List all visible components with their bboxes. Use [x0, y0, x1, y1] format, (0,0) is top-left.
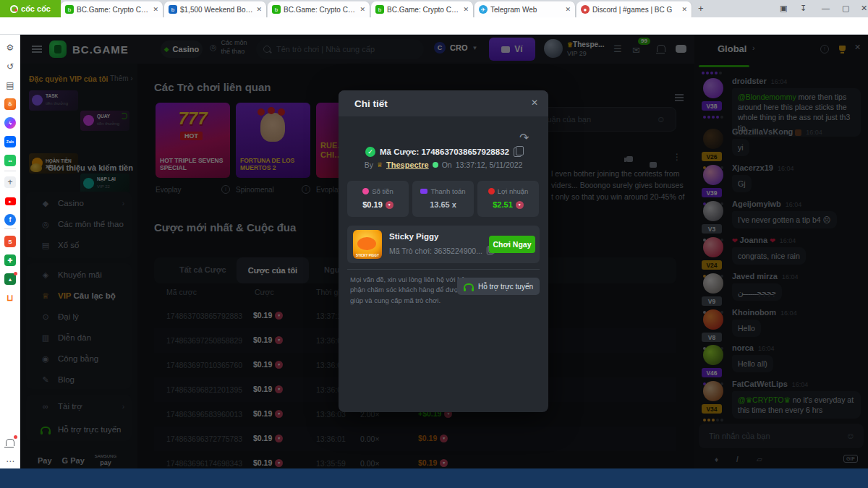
notification-dot — [14, 435, 17, 439]
youtube-play-icon: ▸ — [5, 197, 16, 205]
facebook-icon[interactable]: f — [4, 214, 16, 226]
sidebar-divider — [4, 228, 16, 229]
bet-details-modal: Chi tiết ✕ ↷ ✓ Mã Cược: 1748637038657928… — [339, 90, 548, 412]
headset-icon — [464, 283, 474, 289]
bet-id-value: 1748637038657928832 — [421, 147, 509, 156]
game-thumbnail[interactable]: STICKY PIGGY — [353, 230, 382, 259]
hot-trends-icon[interactable]: ♨ — [4, 98, 16, 110]
notification-dot — [14, 272, 17, 275]
sidebar-divider — [4, 171, 16, 171]
browser-tab-active[interactable]: b BC.Game: Crypto Casino Gam ✕ — [371, 1, 474, 17]
gift-icon[interactable]: ✚ — [4, 254, 16, 266]
play-now-button[interactable]: Chơi Ngay — [489, 236, 535, 253]
modal-title: Chi tiết — [354, 98, 388, 109]
coccoc-brand[interactable]: cốc cốc — [0, 0, 61, 17]
zalo-icon[interactable]: Zalo — [4, 136, 16, 147]
stat-profit: Lợi nhuận $2.51 — [477, 181, 539, 217]
window-maximize-button[interactable]: ▢ — [842, 4, 849, 13]
payout-card-icon — [420, 189, 427, 194]
bet-username[interactable]: Thespectre — [386, 160, 429, 169]
support-note: Mọi vấn đề, xin vui lòng liên hệ với bộ … — [350, 275, 475, 306]
discord-favicon: ● — [581, 5, 590, 14]
tab-close-icon[interactable]: ✕ — [359, 6, 365, 13]
game-id-value: 3635224900... — [434, 247, 482, 255]
windows-taskbar: C ∧ ENG 4:04 PM 11/6/2022 — [0, 468, 868, 488]
modal-divider — [347, 269, 540, 270]
coccoc-brand-label: cốc cốc — [21, 4, 51, 13]
screen: cốc cốc b BC.Game: Crypto Casino Gam ✕ b… — [0, 0, 868, 488]
live-support-button[interactable]: Hỗ trợ trực tuyến — [457, 278, 540, 295]
settings-gear-icon[interactable]: ⚙ — [4, 42, 16, 53]
cart-icon[interactable]: ⊔ — [4, 292, 16, 304]
verified-shield-icon: ✓ — [365, 147, 375, 157]
bet-id-row: ✓ Mã Cược: 1748637038657928832 — [339, 147, 548, 157]
bet-datetime: 13:37:12, 5/11/2022 — [456, 160, 523, 169]
browser-tab-bar: cốc cốc b BC.Game: Crypto Casino Gam ✕ b… — [0, 0, 868, 17]
stat-amount: Số tiền $0.19 — [347, 181, 409, 217]
modal-close-icon[interactable]: ✕ — [531, 98, 538, 108]
games-icon[interactable]: •• — [4, 155, 16, 166]
tab-close-icon[interactable]: ✕ — [463, 6, 469, 13]
new-tab-button[interactable]: + — [698, 3, 704, 14]
tab-search-icon[interactable]: ↧ — [800, 4, 807, 13]
tab-close-icon[interactable]: ✕ — [681, 6, 687, 13]
trx-coin-icon — [516, 201, 524, 209]
window-close-button[interactable]: ✕ — [861, 4, 867, 13]
game-id-row: Mã Trò chơi: 3635224900... — [389, 246, 494, 255]
youtube-icon[interactable]: ▸ — [4, 195, 16, 207]
coccoc-logo-icon — [10, 5, 18, 13]
tab-close-icon[interactable]: ✕ — [153, 6, 158, 13]
crown-icon: ♕ — [377, 161, 383, 168]
school-icon[interactable]: ▲ — [4, 273, 16, 285]
browser-url-bar: ← → ↻ bc.game/vi/game/sticky-piggy-by-bo… — [0, 17, 868, 35]
frog-emoji — [433, 162, 438, 168]
telegram-favicon: ✈ — [479, 5, 488, 14]
booongo-favicon: b — [169, 5, 177, 14]
window-minimize-button[interactable]: — — [822, 4, 830, 12]
more-icon[interactable]: ⋯ — [4, 455, 16, 467]
coccoc-sidebar: ⚙ ↺ ▤ ♨ ϟ Zalo •• + ▸ f S ✚ ▲ ⊔ ⋯ — [0, 35, 20, 468]
notification-bell-icon[interactable] — [4, 437, 16, 448]
piggy-art — [357, 237, 376, 250]
add-shortcut-button[interactable]: + — [4, 176, 16, 188]
bcgame-favicon: b — [65, 5, 74, 14]
bell-shape — [6, 439, 14, 446]
browser-tab[interactable]: ✈ Telegram Web ✕ — [475, 1, 576, 17]
copy-icon[interactable] — [514, 147, 522, 157]
messenger-icon[interactable]: ϟ — [4, 117, 16, 129]
stat-payout: Thanh toán 13.65 x — [412, 181, 474, 217]
shopee-icon[interactable]: S — [4, 236, 16, 247]
trx-coin-icon — [386, 201, 393, 209]
browser-tab[interactable]: ● Discord | #games | BC G ✕ — [576, 1, 692, 17]
bcgame-favicon: b — [375, 5, 384, 14]
tab-close-icon[interactable]: ✕ — [565, 6, 571, 13]
browser-tab[interactable]: b $1,500 Weekend Booongo M ✕ — [164, 1, 267, 17]
amount-icon — [362, 188, 369, 194]
reading-list-icon[interactable]: ▤ — [4, 80, 16, 91]
profit-hand-icon — [488, 188, 495, 194]
browser-tab[interactable]: b BC.Game: Crypto Casino Gam ✕ — [61, 1, 163, 17]
game-name: Sticky Piggy — [389, 232, 438, 241]
game-summary-row: STICKY PIGGY Sticky Piggy Mã Trò chơi: 3… — [347, 226, 540, 263]
share-bet-icon[interactable]: ↷ — [519, 131, 529, 145]
tab-close-icon[interactable]: ✕ — [256, 6, 262, 13]
bet-meta-row: By ♕ Thespectre On 13:37:12, 5/11/2022 — [339, 160, 548, 169]
history-icon[interactable]: ↺ — [4, 61, 16, 72]
bcgame-favicon: b — [272, 5, 281, 14]
modal-header: Chi tiết ✕ — [339, 90, 548, 116]
browser-tab[interactable]: b BC.Game: Crypto Casino Gam ✕ — [268, 1, 370, 17]
side-panel-icon[interactable]: ▣ — [780, 4, 787, 13]
